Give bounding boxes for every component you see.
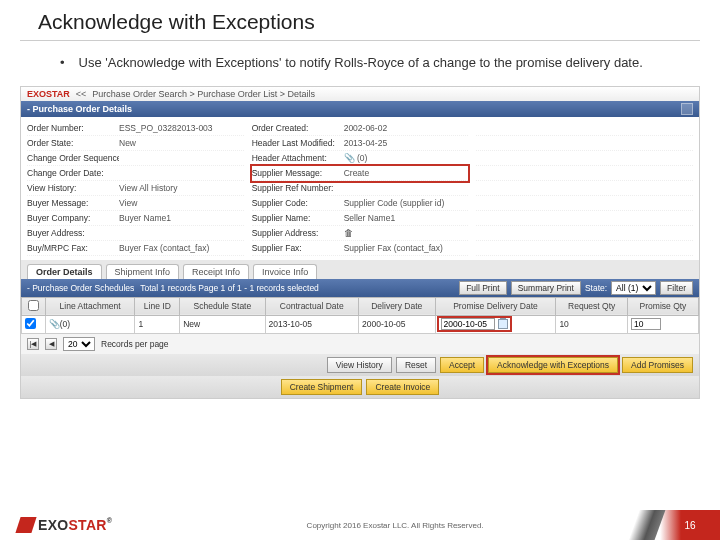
calendar-icon[interactable]: [498, 319, 508, 329]
nav-back[interactable]: <<: [76, 89, 87, 99]
select-all-checkbox[interactable]: [28, 300, 39, 311]
field-row: [476, 211, 693, 226]
col-contractual-date[interactable]: Contractual Date: [265, 297, 358, 315]
schedules-title: - Purchase Order Schedules: [27, 283, 134, 293]
col-schedule-state[interactable]: Schedule State: [180, 297, 265, 315]
tab-receipt-info[interactable]: Receipt Info: [183, 264, 249, 279]
promise-date-input[interactable]: [441, 318, 495, 330]
panel-title: - Purchase Order Details: [27, 104, 132, 114]
field-row: [476, 166, 693, 181]
page-size-select[interactable]: 20: [63, 337, 95, 351]
field-row: View History:View All History: [27, 181, 244, 196]
add-promises-button[interactable]: Add Promises: [622, 357, 693, 373]
paperclip-icon[interactable]: [344, 153, 355, 163]
reset-button[interactable]: Reset: [396, 357, 436, 373]
state-label: State:: [585, 283, 607, 293]
col-promise-qty[interactable]: Promise Qty: [627, 297, 698, 315]
schedules-header: - Purchase Order Schedules Total 1 recor…: [21, 279, 699, 297]
field-value: Supplier Fax (contact_fax): [344, 243, 469, 253]
field-value: View All History: [119, 183, 244, 193]
cell-state: New: [180, 315, 265, 333]
ack-exceptions-button[interactable]: Acknowledge with Exceptions: [488, 357, 618, 373]
field-row: [476, 151, 693, 166]
tabs: Order DetailsShipment InfoReceipt InfoIn…: [21, 260, 699, 279]
cell-attachment[interactable]: (0): [45, 315, 135, 333]
bullet-text: Use 'Acknowledge with Exceptions' to not…: [79, 55, 643, 72]
col-promise-delivery-date[interactable]: Promise Delivery Date: [435, 297, 556, 315]
create-invoice-button[interactable]: Create Invoice: [366, 379, 439, 395]
field-label: Buyer Message:: [27, 198, 119, 208]
schedules-count: Total 1 records Page 1 of 1 - 1 records …: [140, 283, 319, 293]
field-row: [476, 136, 693, 151]
field-label: Buy/MRPC Fax:: [27, 243, 119, 253]
field-row: Supplier Fax:Supplier Fax (contact_fax): [252, 241, 469, 256]
field-label: Order Created:: [252, 123, 344, 133]
pager-first[interactable]: |◀: [27, 338, 39, 350]
field-row: [476, 121, 693, 136]
divider: [20, 40, 700, 41]
field-value: 2002-06-02: [344, 123, 469, 133]
tab-order-details[interactable]: Order Details: [27, 264, 102, 279]
pager-prev[interactable]: ◀: [45, 338, 57, 350]
field-row: Order Number:ESS_PO_03282013-003: [27, 121, 244, 136]
field-label: Change Order Sequence:: [27, 153, 119, 163]
field-row: Change Order Date:: [27, 166, 244, 181]
field-value: [344, 228, 469, 238]
schedule-grid: Line AttachmentLine IDSchedule StateCont…: [21, 297, 699, 334]
cell-delivery-date: 2000-10-05: [358, 315, 435, 333]
cell-prom-qty[interactable]: [627, 315, 698, 333]
cell-contract-date: 2013-10-05: [265, 315, 358, 333]
state-select[interactable]: All (1): [611, 281, 656, 295]
pager: |◀ ◀ 20 Records per page: [21, 334, 699, 354]
field-row: Supplier Message:Create: [252, 166, 469, 181]
slide-title: Acknowledge with Exceptions: [0, 0, 720, 40]
create-shipment-button[interactable]: Create Shipment: [281, 379, 363, 395]
promise-date-highlight: [439, 318, 510, 330]
cell-promise-date[interactable]: [435, 315, 556, 333]
field-row: Buy/MRPC Fax:Buyer Fax (contact_fax): [27, 241, 244, 256]
col-delivery-date[interactable]: Delivery Date: [358, 297, 435, 315]
tab-invoice-info[interactable]: Invoice Info: [253, 264, 317, 279]
field-value: Buyer Fax (contact_fax): [119, 243, 244, 253]
application-window: EXOSTAR << Purchase Order Search > Purch…: [20, 86, 700, 399]
row-checkbox[interactable]: [25, 318, 36, 329]
full-print-button[interactable]: Full Print: [459, 281, 507, 295]
field-row: Header Last Modified:2013-04-25: [252, 136, 469, 151]
field-label: Header Last Modified:: [252, 138, 344, 148]
tab-shipment-info[interactable]: Shipment Info: [106, 264, 180, 279]
col-select[interactable]: [22, 297, 46, 315]
field-label: Supplier Ref Number:: [252, 183, 344, 193]
field-row: [476, 181, 693, 196]
promise-qty-input[interactable]: [631, 318, 661, 330]
field-value: Buyer Name1: [119, 213, 244, 223]
field-row: Buyer Message:View: [27, 196, 244, 211]
view-history-button[interactable]: View History: [327, 357, 392, 373]
cell-req-qty: 10: [556, 315, 628, 333]
slide-footer: EXOSTAR® Copyright 2016 Exostar LLC. All…: [0, 510, 720, 540]
field-label: Supplier Message:: [252, 168, 344, 178]
field-value: New: [119, 138, 244, 148]
collapse-icon[interactable]: [681, 103, 693, 115]
cell-line-id: 1: [135, 315, 180, 333]
col-line-id[interactable]: Line ID: [135, 297, 180, 315]
action-bar: View History Reset Accept Acknowledge wi…: [21, 354, 699, 376]
col-line-attachment[interactable]: Line Attachment: [45, 297, 135, 315]
field-value: Supplier Code (supplier id): [344, 198, 469, 208]
field-label: Buyer Company:: [27, 213, 119, 223]
accept-button[interactable]: Accept: [440, 357, 484, 373]
paperclip-icon: [49, 319, 60, 329]
filter-button[interactable]: Filter: [660, 281, 693, 295]
field-row: Supplier Ref Number:: [252, 181, 469, 196]
field-value: (0): [344, 153, 469, 163]
trash-icon[interactable]: [344, 228, 353, 238]
summary-print-button[interactable]: Summary Print: [511, 281, 581, 295]
panel-header: - Purchase Order Details: [21, 101, 699, 117]
table-row: (0) 1 New 2013-10-05 2000-10-05 10: [22, 315, 699, 333]
field-label: Supplier Fax:: [252, 243, 344, 253]
exostar-logo: EXOSTAR®: [0, 517, 130, 533]
col-request-qty[interactable]: Request Qty: [556, 297, 628, 315]
slide-bullet: • Use 'Acknowledge with Exceptions' to n…: [0, 55, 720, 82]
field-row: [476, 241, 693, 256]
breadcrumb: EXOSTAR << Purchase Order Search > Purch…: [21, 87, 699, 101]
copyright: Copyright 2016 Exostar LLC. All Rights R…: [130, 521, 660, 530]
